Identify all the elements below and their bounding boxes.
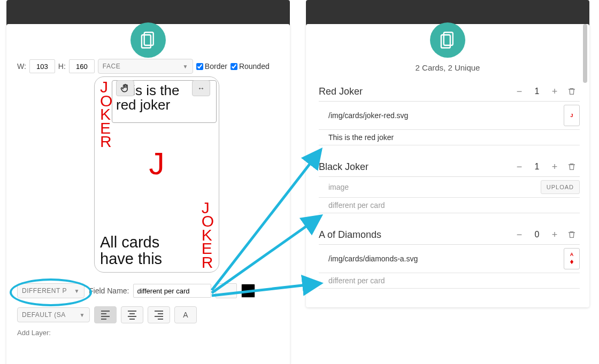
panel-badge-right xyxy=(430,22,465,58)
cards-summary: 2 Cards, 2 Unique xyxy=(306,63,589,72)
common-text-block[interactable]: All cards have this xyxy=(100,234,162,267)
field-type-label: DIFFERENT P xyxy=(22,287,67,295)
qty-input[interactable] xyxy=(528,161,546,172)
delete-button[interactable] xyxy=(564,87,580,96)
decrement-button[interactable]: − xyxy=(510,84,528,99)
font-family-label: DEFAULT (SA xyxy=(22,311,66,319)
common-text-line1: All cards xyxy=(100,234,162,250)
card-block: A of Diamonds − + /img/cards/diamonds-a.… xyxy=(319,226,580,289)
letter-a-icon: A xyxy=(183,311,188,319)
field-value[interactable]: different per card xyxy=(328,201,580,210)
field-type-select[interactable]: DIFFERENT P ▼ xyxy=(17,283,85,298)
qty-input[interactable] xyxy=(528,229,546,240)
border-checkbox[interactable]: Border xyxy=(196,62,227,71)
font-size-input[interactable] xyxy=(216,283,237,298)
qty-input[interactable] xyxy=(528,86,546,97)
increment-button[interactable]: + xyxy=(546,84,564,99)
card-thumbnail[interactable]: J xyxy=(564,105,580,126)
card-center-letter: J xyxy=(149,145,165,181)
trash-icon xyxy=(567,87,576,96)
editor-panel: W: H: FACE ▼ Border Rounded J O K xyxy=(6,24,290,364)
upload-button[interactable]: UPLOAD xyxy=(541,180,580,194)
increment-button[interactable]: + xyxy=(546,227,564,242)
trash-icon xyxy=(567,230,576,239)
align-right-button[interactable] xyxy=(148,306,170,323)
cards-stack-icon xyxy=(440,31,456,49)
height-input[interactable] xyxy=(69,59,95,73)
move-handle[interactable] xyxy=(116,80,134,96)
card-thumbnail[interactable]: A♦ xyxy=(564,248,580,269)
field-value[interactable]: /img/cards/diamonds-a.svg xyxy=(328,254,559,263)
chevron-down-icon: ▼ xyxy=(74,288,80,294)
common-text-line2: have this xyxy=(100,251,162,267)
resize-handle[interactable]: ↔ xyxy=(192,80,210,96)
width-label: W: xyxy=(17,62,26,71)
card-title[interactable]: Red Joker xyxy=(319,86,510,97)
field-name-label: Field Name: xyxy=(89,286,129,295)
card-title[interactable]: A of Diamonds xyxy=(319,229,510,241)
width-input[interactable] xyxy=(29,59,55,73)
border-check-input[interactable] xyxy=(196,63,203,70)
scrollbar-thumb[interactable] xyxy=(583,24,587,83)
field-name-input[interactable] xyxy=(133,284,211,298)
delete-button[interactable] xyxy=(564,230,580,239)
rounded-check-input[interactable] xyxy=(231,63,237,70)
increment-button[interactable]: + xyxy=(546,159,564,174)
svg-rect-2 xyxy=(444,32,453,45)
delete-button[interactable] xyxy=(564,162,580,171)
field-value[interactable]: image xyxy=(328,183,536,191)
add-layer-label: Add Layer: xyxy=(17,329,51,337)
svg-rect-0 xyxy=(144,32,153,45)
align-left-button[interactable] xyxy=(94,306,117,323)
card-block: Black Joker − + image UPLOAD different p… xyxy=(319,158,580,213)
rounded-checkbox-label: Rounded xyxy=(239,62,270,71)
chevron-down-icon: ▼ xyxy=(80,312,85,318)
field-value[interactable]: different per card xyxy=(328,276,580,285)
text-case-button[interactable]: A xyxy=(174,306,197,323)
height-label: H: xyxy=(58,62,66,71)
card-side-select[interactable]: FACE ▼ xyxy=(98,59,193,74)
font-family-select[interactable]: DEFAULT (SA ▼ xyxy=(17,307,90,322)
card-preview[interactable]: J O K E R J O K E R J This is the red jo… xyxy=(94,76,219,273)
cards-stack-icon xyxy=(140,31,156,49)
align-center-button[interactable] xyxy=(121,306,143,323)
rounded-checkbox[interactable]: Rounded xyxy=(231,62,270,71)
card-rank-tl: J O K E R xyxy=(100,80,112,149)
card-title[interactable]: Black Joker xyxy=(319,161,510,173)
card-side-label: FACE xyxy=(103,63,120,70)
border-checkbox-label: Border xyxy=(205,62,227,71)
cards-panel: 2 Cards, 2 Unique Red Joker − + /img/car… xyxy=(306,24,589,307)
field-value[interactable]: /img/cards/joker-red.svg xyxy=(328,111,559,120)
card-rank-br: J O K E R xyxy=(202,201,213,269)
panel-badge-left xyxy=(130,22,166,58)
field-value[interactable]: This is the red joker xyxy=(328,133,580,142)
decrement-button[interactable]: − xyxy=(510,159,528,174)
color-swatch[interactable] xyxy=(241,284,255,298)
resize-icon: ↔ xyxy=(197,84,205,92)
diff-text-line2: red joker xyxy=(116,98,212,112)
decrement-button[interactable]: − xyxy=(510,227,528,242)
chevron-down-icon: ▼ xyxy=(182,64,188,69)
hand-icon xyxy=(120,83,130,94)
trash-icon xyxy=(567,162,576,171)
card-block: Red Joker − + /img/cards/joker-red.svg J… xyxy=(319,83,580,145)
cards-list: Red Joker − + /img/cards/joker-red.svg J… xyxy=(319,83,580,297)
